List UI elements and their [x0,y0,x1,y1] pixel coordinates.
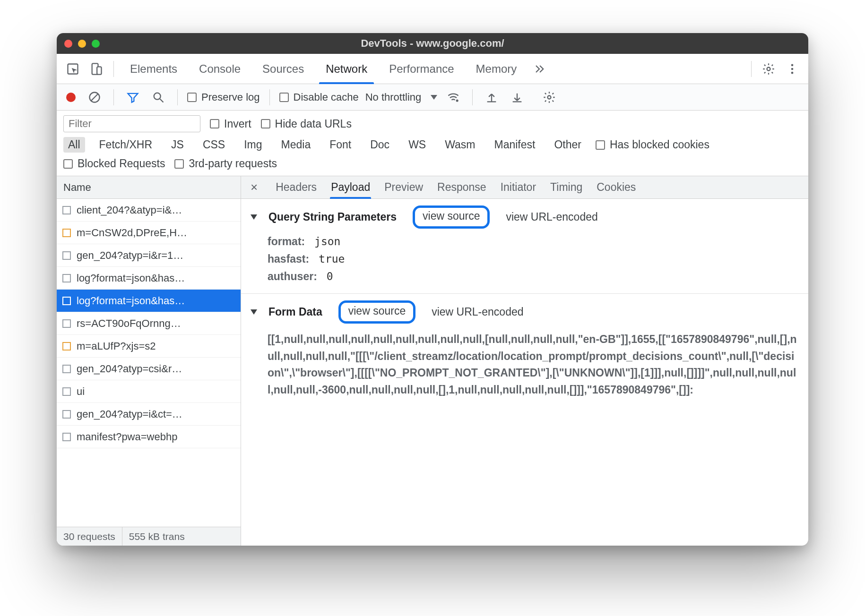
file-type-icon [62,410,71,419]
filter-bar: Invert Hide data URLs All Fetch/XHR JS C… [57,111,808,176]
request-row[interactable]: rs=ACT90oFqOrnng… [57,312,241,335]
kebab-menu-icon[interactable] [783,60,802,78]
type-chip-css[interactable]: CSS [198,137,230,153]
type-chip-img[interactable]: Img [239,137,267,153]
dtab-headers[interactable]: Headers [276,176,317,198]
type-chip-doc[interactable]: Doc [365,137,394,153]
file-type-icon [62,229,71,237]
param-row: format: json [268,235,799,248]
filter-icon[interactable] [123,88,142,107]
tab-console[interactable]: Console [190,54,249,84]
blocked-requests-checkbox[interactable]: Blocked Requests [63,157,165,170]
tab-network[interactable]: Network [317,54,376,84]
devtools-window: DevTools - www.google.com/ Elements Cons… [57,33,808,546]
svg-point-4 [791,64,794,66]
status-transfer: 555 kB trans [122,527,191,546]
file-type-icon [62,274,71,282]
window-title: DevTools - www.google.com/ [57,37,808,50]
qsp-view-source-link[interactable]: view source [413,205,490,229]
svg-point-8 [154,93,161,99]
network-settings-gear-icon[interactable] [540,88,559,107]
settings-gear-icon[interactable] [759,60,778,78]
filter-input[interactable] [63,115,200,132]
section-query-string-parameters: Query String Parameters view source view… [241,199,808,294]
type-chip-other[interactable]: Other [549,137,586,153]
file-type-icon [62,365,71,373]
close-window-button[interactable] [64,40,72,48]
request-name: rs=ACT90oFqOrnng… [77,317,181,330]
request-row[interactable]: client_204?&atyp=i&… [57,199,241,222]
record-button[interactable] [66,93,76,102]
request-row[interactable]: gen_204?atyp=i&ct=… [57,403,241,426]
request-row[interactable]: gen_204?atyp=i&r=1… [57,244,241,267]
caret-down-icon[interactable] [251,309,257,315]
has-blocked-cookies-checkbox[interactable]: Has blocked cookies [596,138,709,151]
type-chip-fetch[interactable]: Fetch/XHR [95,137,157,153]
hide-data-urls-checkbox[interactable]: Hide data URLs [261,118,352,130]
param-value: true [309,253,345,265]
column-header-name[interactable]: Name [57,176,241,199]
qsp-view-url-encoded-link[interactable]: view URL-encoded [506,211,597,223]
file-type-icon [62,342,71,351]
dtab-response[interactable]: Response [437,176,486,198]
status-requests: 30 requests [57,527,122,546]
request-row[interactable]: m=CnSW2d,DPreE,H… [57,222,241,244]
form-view-source-link[interactable]: view source [338,300,415,324]
third-party-checkbox[interactable]: 3rd-party requests [174,157,277,170]
invert-checkbox[interactable]: Invert [210,118,251,130]
caret-down-icon[interactable] [251,214,257,220]
network-conditions-icon[interactable] [444,88,463,107]
throttling-select[interactable]: No throttling [365,91,438,103]
tab-memory[interactable]: Memory [467,54,526,84]
dtab-initiator[interactable]: Initiator [501,176,536,198]
disable-cache-checkbox[interactable]: Disable cache [279,91,359,103]
request-row[interactable]: manifest?pwa=webhp [57,426,241,448]
dtab-cookies[interactable]: Cookies [597,176,636,198]
svg-rect-2 [97,67,101,74]
tab-performance[interactable]: Performance [381,54,462,84]
section-form-data: Form Data view source view URL-encoded [… [241,294,808,409]
network-toolbar: Preserve log Disable cache No throttling [57,84,808,111]
type-chip-ws[interactable]: WS [404,137,431,153]
minimize-window-button[interactable] [78,40,86,48]
request-name: gen_204?atyp=i&ct=… [77,408,182,420]
close-details-icon[interactable]: × [251,180,261,195]
svg-point-6 [791,71,794,74]
import-har-icon[interactable] [482,88,501,107]
request-row[interactable]: gen_204?atyp=csi&r… [57,358,241,380]
preserve-log-checkbox[interactable]: Preserve log [187,91,260,103]
export-har-icon[interactable] [508,88,527,107]
dtab-timing[interactable]: Timing [550,176,582,198]
tab-elements[interactable]: Elements [121,54,186,84]
file-type-icon [62,251,71,260]
file-type-icon [62,206,71,214]
request-row[interactable]: log?format=json&has… [57,267,241,290]
request-name: m=CnSW2d,DPreE,H… [77,227,187,239]
more-tabs-chevron-icon[interactable] [530,60,549,78]
param-key: authuser: [268,270,317,282]
type-chip-all[interactable]: All [63,137,85,153]
dtab-preview[interactable]: Preview [384,176,423,198]
type-chip-media[interactable]: Media [277,137,316,153]
inspect-element-icon[interactable] [63,60,82,78]
type-chip-manifest[interactable]: Manifest [490,137,540,153]
clear-icon[interactable] [85,88,104,107]
form-data-body: [[1,null,null,null,null,null,null,null,n… [251,331,799,399]
zoom-window-button[interactable] [92,40,100,48]
request-row[interactable]: ui [57,380,241,403]
file-type-icon [62,387,71,396]
dtab-payload[interactable]: Payload [331,176,370,198]
svg-point-3 [767,67,770,70]
type-chip-font[interactable]: Font [325,137,356,153]
param-row: hasfast: true [268,253,799,265]
request-row[interactable]: log?format=json&has… [57,290,241,312]
svg-point-5 [791,68,794,70]
request-row[interactable]: m=aLUfP?xjs=s2 [57,335,241,358]
form-view-url-encoded-link[interactable]: view URL-encoded [432,306,523,318]
tab-sources[interactable]: Sources [254,54,312,84]
type-chip-js[interactable]: JS [166,137,189,153]
search-icon[interactable] [149,88,168,107]
details-tabs: × Headers Payload Preview Response Initi… [241,176,808,199]
device-toolbar-icon[interactable] [87,60,106,78]
type-chip-wasm[interactable]: Wasm [440,137,480,153]
